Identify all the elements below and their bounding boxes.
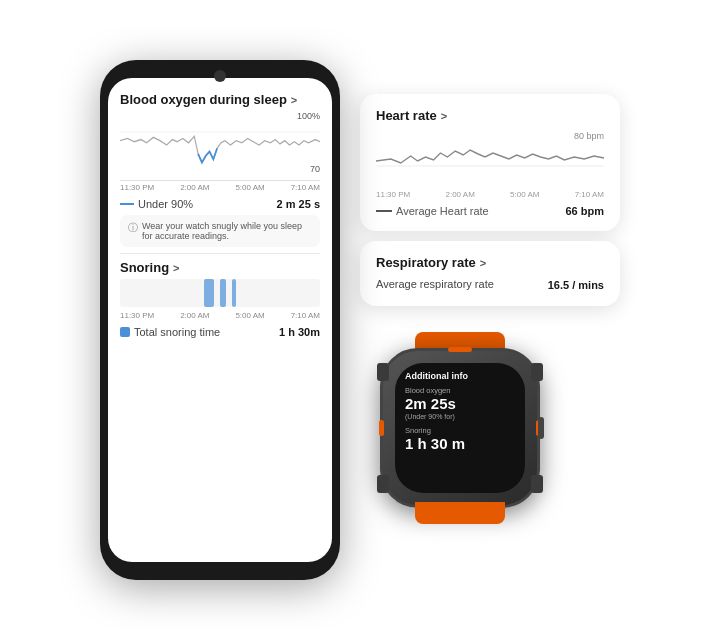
heart-chevron: > (441, 110, 447, 122)
blood-oxygen-chevron: > (291, 94, 297, 106)
snoring-title[interactable]: Snoring > (120, 260, 320, 275)
phone-frame: Blood oxygen during sleep > 100% 70 (100, 60, 340, 580)
right-panel: Heart rate > 80 bpm 11:30 PM 2:00 AM 5:0… (360, 94, 620, 546)
watch-lug-br (531, 475, 543, 493)
watch-button (538, 417, 544, 439)
watch-band-bottom (415, 502, 505, 524)
watch-wrapper: Additional info Blood oxygen 2m 25s (Und… (360, 326, 560, 546)
watch-lug-bl (377, 475, 389, 493)
phone-notch (214, 70, 226, 82)
heart-stat-row: Average Heart rate 66 bpm (376, 205, 604, 217)
scene: Blood oxygen during sleep > 100% 70 (0, 0, 720, 640)
snoring-times: 11:30 PM 2:00 AM 5:00 AM 7:10 AM (120, 311, 320, 320)
watch-case: Additional info Blood oxygen 2m 25s (Und… (380, 348, 540, 508)
snoring-icon (120, 327, 130, 337)
stat-dash-icon (120, 203, 134, 205)
blood-oxygen-title[interactable]: Blood oxygen during sleep > (120, 92, 320, 107)
watch-lug-tl (377, 363, 389, 381)
watch-blood-oxygen-sub: (Under 90% for) (405, 413, 515, 420)
blood-oxygen-chart: 100% 70 (120, 111, 320, 181)
heart-rate-card: Heart rate > 80 bpm 11:30 PM 2:00 AM 5:0… (360, 94, 620, 231)
respiratory-chevron: > (480, 257, 486, 269)
blood-oxygen-svg (120, 121, 320, 181)
blood-oxygen-times: 11:30 PM 2:00 AM 5:00 AM 7:10 AM (120, 183, 320, 192)
heart-chart-svg (376, 131, 604, 181)
watch-snoring-value: 1 h 30 m (405, 436, 515, 453)
watch-title: Additional info (405, 371, 515, 381)
divider-1 (120, 253, 320, 254)
respiratory-rate-title[interactable]: Respiratory rate > (376, 255, 604, 270)
heart-dash-icon (376, 210, 392, 212)
heart-rate-times: 11:30 PM 2:00 AM 5:00 AM 7:10 AM (376, 190, 604, 199)
chart-top-label: 100% (297, 111, 320, 121)
snoring-stat: Total snoring time 1 h 30m (120, 326, 320, 338)
info-icon: ⓘ (128, 221, 138, 235)
watch-blood-oxygen-value: 2m 25s (405, 396, 515, 413)
snoring-chart (120, 279, 320, 307)
watch-snoring-label: Snoring (405, 426, 515, 435)
blood-oxygen-stat: Under 90% 2 m 25 s (120, 198, 320, 210)
respiratory-rate-card: Respiratory rate > Average respiratory r… (360, 241, 620, 306)
watch-screen: Additional info Blood oxygen 2m 25s (Und… (395, 363, 525, 493)
heart-chart-label: 80 bpm (574, 131, 604, 141)
watch-lug-tr (531, 363, 543, 381)
snoring-chevron: > (173, 262, 179, 274)
heart-rate-chart: 80 bpm (376, 131, 604, 186)
heart-rate-title[interactable]: Heart rate > (376, 108, 604, 123)
info-box: ⓘ Wear your watch snugly while you sleep… (120, 215, 320, 247)
chart-bottom-label: 70 (310, 164, 320, 174)
watch-accent-left (379, 420, 384, 436)
respiratory-stat-row: Average respiratory rate 16.5 / mins (376, 278, 604, 292)
phone-screen: Blood oxygen during sleep > 100% 70 (108, 78, 332, 562)
watch-accent-top (448, 347, 472, 352)
watch-blood-oxygen-label: Blood oxygen (405, 386, 515, 395)
phone-wrapper: Blood oxygen during sleep > 100% 70 (100, 60, 340, 580)
